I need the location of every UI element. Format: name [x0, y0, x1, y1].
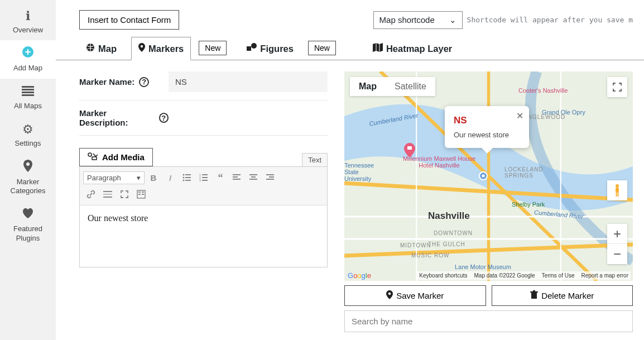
svg-rect-21 — [202, 177, 208, 178]
new-marker-button[interactable]: New — [199, 41, 227, 55]
italic-button[interactable]: I — [162, 170, 178, 185]
sidebar-item-label: Add Map — [13, 64, 42, 72]
svg-rect-11 — [92, 157, 97, 160]
svg-rect-29 — [249, 179, 257, 180]
svg-rect-8 — [247, 46, 251, 51]
terms-link[interactable]: Terms of Use — [542, 272, 575, 279]
fullscreen-button[interactable] — [607, 77, 627, 97]
align-center-button[interactable] — [246, 170, 262, 185]
svg-point-9 — [251, 43, 257, 49]
new-figure-button[interactable]: New — [308, 41, 336, 55]
delete-marker-button[interactable]: Delete Marker — [492, 285, 633, 306]
streetview-pegman[interactable] — [607, 180, 627, 200]
svg-rect-26 — [233, 179, 241, 180]
svg-rect-15 — [185, 177, 191, 178]
info-icon: ℹ — [1, 8, 55, 25]
map-type-satellite[interactable]: Satellite — [386, 77, 435, 96]
save-marker-label: Save Marker — [396, 291, 444, 300]
tab-heatmap[interactable]: Heatmap Layer — [366, 37, 459, 60]
tab-label: Figures — [260, 44, 294, 54]
marker-name-input[interactable] — [169, 71, 328, 92]
svg-rect-33 — [103, 191, 112, 192]
gear-icon: ⚙ — [1, 122, 55, 138]
format-select-label: Paragraph — [87, 174, 121, 182]
map-poi-pin[interactable] — [404, 143, 415, 160]
report-error-link[interactable]: Report a map error — [581, 272, 628, 279]
tab-figures[interactable]: Figures — [240, 37, 300, 60]
fullscreen-button[interactable] — [117, 187, 132, 202]
svg-point-49 — [388, 293, 391, 295]
map-canvas[interactable]: Nashville DOWNTOWN MIDTOWN THE GULCH MUS… — [344, 71, 633, 281]
insert-contact-form-button[interactable]: Insert to Contact Form — [79, 10, 179, 30]
globe-icon — [86, 43, 95, 54]
format-select[interactable]: Paragraph ▾ — [83, 171, 145, 184]
tab-map[interactable]: Map — [79, 37, 123, 60]
sidebar-item-settings[interactable]: ⚙ Settings — [0, 116, 56, 154]
help-icon[interactable]: ? — [159, 113, 169, 123]
save-marker-button[interactable]: Save Marker — [344, 285, 486, 306]
svg-point-7 — [141, 45, 143, 47]
zoom-in-button[interactable]: + — [607, 224, 627, 244]
align-right-button[interactable] — [263, 170, 278, 185]
marker-name-label: Marker Name: — [79, 77, 134, 87]
add-media-button[interactable]: Add Media — [79, 148, 153, 166]
sidebar-item-featured-plugins[interactable]: Featured Plugins — [0, 202, 56, 248]
media-icon — [88, 152, 98, 162]
svg-point-5 — [26, 162, 30, 166]
svg-rect-39 — [138, 194, 141, 195]
svg-rect-34 — [103, 194, 112, 195]
align-left-button[interactable] — [229, 170, 245, 185]
tab-markers[interactable]: Markers — [131, 37, 191, 60]
zoom-out-button[interactable]: − — [607, 244, 627, 264]
pin-icon — [1, 160, 55, 176]
number-list-button[interactable]: 123 — [196, 170, 212, 185]
svg-point-12 — [183, 174, 185, 176]
svg-rect-28 — [251, 176, 256, 178]
svg-rect-3 — [22, 92, 34, 93]
shapes-icon — [247, 43, 257, 54]
svg-rect-51 — [530, 291, 538, 293]
search-marker-input[interactable] — [344, 310, 633, 332]
editor-content[interactable]: Our newest store — [80, 205, 327, 267]
sidebar-item-add-map[interactable]: Add Map — [0, 40, 56, 78]
svg-point-43 — [482, 175, 485, 178]
bold-button[interactable]: B — [146, 170, 161, 185]
trash-icon — [530, 290, 538, 301]
bullet-list-button[interactable] — [179, 170, 195, 185]
list-icon — [1, 84, 55, 100]
svg-rect-48 — [618, 193, 619, 197]
svg-rect-2 — [22, 89, 34, 90]
delete-marker-label: Delete Marker — [541, 291, 594, 300]
svg-rect-17 — [185, 180, 191, 181]
help-icon[interactable]: ? — [139, 77, 149, 87]
infowindow-close-icon[interactable]: ✕ — [516, 111, 523, 121]
svg-rect-25 — [233, 176, 238, 178]
sidebar-item-label: Settings — [15, 139, 41, 147]
shortcode-select[interactable]: Map shortcode ⌄ — [373, 11, 463, 29]
caret-down-icon: ▾ — [137, 174, 141, 182]
sidebar-item-overview[interactable]: ℹ Overview — [0, 3, 56, 40]
svg-point-14 — [183, 177, 185, 179]
readmore-button[interactable] — [100, 187, 116, 202]
editor-toolbar: Paragraph ▾ B I 123 “ — [80, 167, 327, 205]
svg-text:3: 3 — [199, 179, 201, 182]
editor-text-tab[interactable]: Text — [302, 153, 328, 166]
tabs: Map Markers New Figures New Heatmap — [56, 36, 644, 60]
svg-point-16 — [183, 180, 185, 181]
pin-icon — [138, 43, 145, 54]
shortcode-hint: Shortcode will appear after you save m — [467, 16, 633, 24]
link-button[interactable] — [83, 187, 99, 202]
editor: Paragraph ▾ B I 123 “ — [79, 166, 328, 267]
infowindow-description: Our newest store — [454, 131, 509, 139]
toolbar-toggle-button[interactable] — [133, 187, 149, 202]
topbar: Insert to Contact Form Map shortcode ⌄ S… — [56, 10, 644, 36]
map-type-map[interactable]: Map — [350, 77, 386, 96]
map-marker[interactable] — [478, 171, 488, 186]
keyboard-shortcuts-link[interactable]: Keyboard shortcuts — [419, 272, 467, 279]
blockquote-button[interactable]: “ — [213, 170, 228, 185]
sidebar-item-marker-categories[interactable]: Marker Categories — [0, 154, 56, 202]
heart-icon — [1, 207, 55, 223]
tab-label: Map — [98, 44, 117, 54]
sidebar-item-all-maps[interactable]: All Maps — [0, 79, 56, 116]
svg-rect-44 — [407, 146, 412, 150]
